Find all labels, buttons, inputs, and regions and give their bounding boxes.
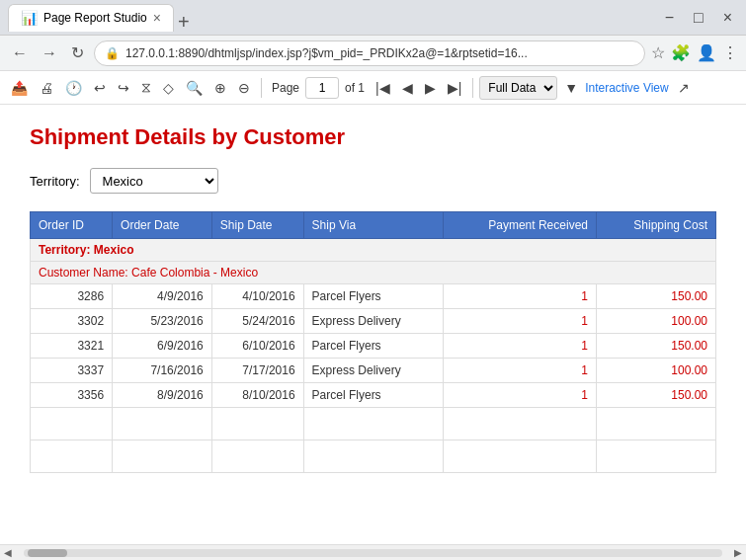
col-shipping-cost: Shipping Cost bbox=[596, 212, 715, 239]
cell-order-date: 6/9/2016 bbox=[113, 334, 212, 359]
close-tab-button[interactable]: × bbox=[153, 10, 161, 26]
toolbar-redo-button[interactable]: ↪ bbox=[113, 77, 134, 99]
territory-group-row: Territory: Mexico bbox=[31, 239, 716, 262]
toolbar-search-button[interactable]: 🔍 bbox=[181, 77, 207, 99]
cell-cost: 150.00 bbox=[596, 284, 715, 309]
cell-ship-via: Parcel Flyers bbox=[303, 383, 443, 408]
cell-ship-date: 4/10/2016 bbox=[211, 284, 303, 309]
cell-ship-via: Express Delivery bbox=[303, 309, 443, 334]
lock-icon: 🔒 bbox=[105, 46, 120, 60]
cell-ship-date: 5/24/2016 bbox=[211, 309, 303, 334]
maximize-button[interactable]: □ bbox=[688, 7, 709, 29]
close-window-button[interactable]: × bbox=[717, 7, 738, 29]
next-page-button[interactable]: ▶ bbox=[420, 77, 441, 99]
cell-cost: 150.00 bbox=[596, 334, 715, 359]
table-row: 3356 8/9/2016 8/10/2016 Parcel Flyers 1 … bbox=[31, 383, 716, 408]
customer-group-row: Customer Name: Cafe Colombia - Mexico bbox=[31, 262, 716, 284]
prev-page-button[interactable]: ◀ bbox=[397, 77, 418, 99]
cell-cost: 100.00 bbox=[596, 359, 715, 383]
menu-button[interactable]: ⋮ bbox=[722, 43, 738, 62]
cell-cost: 100.00 bbox=[596, 309, 715, 334]
refresh-button[interactable]: ↻ bbox=[67, 41, 88, 64]
url-bar[interactable]: 🔒 127.0.0.1:8890/dhtmljsp/index.jsp?j$vm… bbox=[94, 40, 645, 66]
back-button[interactable]: ← bbox=[8, 42, 32, 64]
customer-name-value: Cafe Colombia - Mexico bbox=[131, 266, 258, 280]
interactive-view-link[interactable]: Interactive View bbox=[585, 81, 669, 95]
empty-row bbox=[31, 408, 716, 440]
extensions-button[interactable]: 🧩 bbox=[671, 43, 691, 62]
cell-ship-via: Parcel Flyers bbox=[303, 284, 443, 309]
toolbar-zoom-button[interactable]: ⊕ bbox=[209, 77, 231, 99]
toolbar-clock-button[interactable]: 🕐 bbox=[60, 77, 87, 99]
cell-payment: 1 bbox=[443, 284, 596, 309]
scroll-track bbox=[24, 549, 722, 557]
cell-ship-date: 6/10/2016 bbox=[211, 334, 303, 359]
new-tab-button[interactable]: + bbox=[178, 12, 190, 32]
cell-order-id: 3356 bbox=[31, 383, 113, 408]
cell-ship-date: 8/10/2016 bbox=[211, 383, 303, 408]
col-payment-received: Payment Received bbox=[443, 212, 596, 239]
cell-order-date: 5/23/2016 bbox=[113, 309, 212, 334]
customer-name-label: Customer Name: bbox=[39, 266, 128, 280]
toolbar-print-button[interactable]: 🖨 bbox=[35, 77, 58, 99]
territory-group-label: Territory: bbox=[39, 243, 90, 257]
cell-order-date: 8/9/2016 bbox=[113, 383, 212, 408]
scroll-left-arrow[interactable]: ◀ bbox=[0, 547, 16, 558]
territory-filter-row: Territory: Mexico bbox=[30, 168, 716, 194]
tab-title: Page Report Studio bbox=[43, 11, 147, 25]
address-bar: ← → ↻ 🔒 127.0.0.1:8890/dhtmljsp/index.js… bbox=[0, 36, 746, 71]
territory-label: Territory: bbox=[30, 174, 80, 189]
empty-row bbox=[31, 440, 716, 473]
territory-select[interactable]: Mexico bbox=[90, 168, 218, 194]
scroll-thumb[interactable] bbox=[28, 549, 67, 557]
toolbar-zoom-out-button[interactable]: ⊖ bbox=[233, 77, 255, 99]
minimize-button[interactable]: − bbox=[659, 7, 680, 29]
cell-payment: 1 bbox=[443, 383, 596, 408]
col-order-date: Order Date bbox=[113, 212, 212, 239]
page-label: Page bbox=[268, 81, 303, 95]
report-content: Shipment Details by Customer Territory: … bbox=[0, 105, 746, 544]
report-toolbar: 📤 🖨 🕐 ↩ ↪ ⧖ ◇ 🔍 ⊕ ⊖ Page of 1 |◀ ◀ ▶ ▶| … bbox=[0, 71, 746, 105]
data-options-button[interactable]: ▼ bbox=[559, 77, 583, 99]
cell-payment: 1 bbox=[443, 309, 596, 334]
forward-button[interactable]: → bbox=[38, 42, 61, 64]
bookmark-button[interactable]: ☆ bbox=[651, 43, 665, 62]
page-of-label: of 1 bbox=[341, 81, 369, 95]
address-actions: ☆ 🧩 👤 ⋮ bbox=[651, 43, 738, 62]
toolbar-export-button[interactable]: 📤 bbox=[6, 77, 33, 99]
cell-ship-via: Express Delivery bbox=[303, 359, 443, 383]
table-row: 3286 4/9/2016 4/10/2016 Parcel Flyers 1 … bbox=[31, 284, 716, 309]
cell-ship-via: Parcel Flyers bbox=[303, 334, 443, 359]
table-row: 3321 6/9/2016 6/10/2016 Parcel Flyers 1 … bbox=[31, 334, 716, 359]
territory-group-value: Mexico bbox=[94, 243, 134, 257]
table-row: 3337 7/16/2016 7/17/2016 Express Deliver… bbox=[31, 359, 716, 383]
title-bar: 📊 Page Report Studio × + − □ × bbox=[0, 0, 746, 36]
cell-payment: 1 bbox=[443, 334, 596, 359]
toolbar-filter-button[interactable]: ⧖ bbox=[136, 76, 156, 99]
col-ship-date: Ship Date bbox=[211, 212, 303, 239]
scroll-right-arrow[interactable]: ▶ bbox=[730, 547, 746, 558]
cell-payment: 1 bbox=[443, 359, 596, 383]
data-mode-select[interactable]: Full Data bbox=[479, 76, 557, 100]
cell-order-id: 3337 bbox=[31, 359, 113, 383]
separator-1 bbox=[261, 78, 262, 98]
cell-order-id: 3321 bbox=[31, 334, 113, 359]
tab-area: 📊 Page Report Studio × + bbox=[8, 4, 659, 32]
profile-button[interactable]: 👤 bbox=[697, 43, 716, 62]
table-header-row: Order ID Order Date Ship Date Ship Via P… bbox=[31, 212, 716, 239]
horizontal-scrollbar[interactable]: ◀ ▶ bbox=[0, 544, 746, 560]
cell-order-id: 3286 bbox=[31, 284, 113, 309]
toolbar-undo-button[interactable]: ↩ bbox=[89, 77, 111, 99]
report-title: Shipment Details by Customer bbox=[30, 124, 716, 150]
toolbar-diamond-button[interactable]: ◇ bbox=[158, 77, 179, 99]
cell-order-date: 7/16/2016 bbox=[113, 359, 212, 383]
col-ship-via: Ship Via bbox=[303, 212, 443, 239]
separator-2 bbox=[472, 78, 473, 98]
toolbar-right: Interactive View ↗ bbox=[585, 77, 695, 99]
last-page-button[interactable]: ▶| bbox=[443, 77, 467, 99]
page-number-input[interactable] bbox=[305, 77, 339, 99]
first-page-button[interactable]: |◀ bbox=[371, 77, 395, 99]
tab-icon: 📊 bbox=[21, 10, 38, 26]
browser-tab[interactable]: 📊 Page Report Studio × bbox=[8, 4, 174, 32]
interactive-view-icon[interactable]: ↗ bbox=[673, 77, 695, 99]
